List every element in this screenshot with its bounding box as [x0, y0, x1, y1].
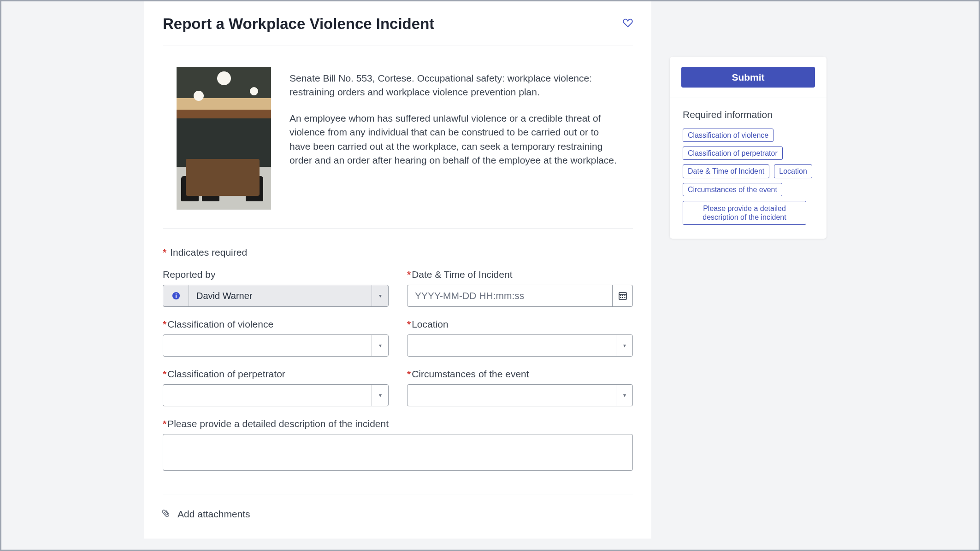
caret-down-icon: ▾	[372, 335, 388, 356]
submit-button[interactable]: Submit	[681, 67, 815, 88]
form-header: Report a Workplace Violence Incident	[163, 15, 633, 46]
add-attachments-button[interactable]: Add attachments	[163, 508, 633, 520]
required-info-heading: Required information	[683, 109, 814, 120]
svg-rect-10	[624, 297, 625, 298]
classification-violence-select[interactable]: ▾	[163, 334, 389, 357]
calendar-icon[interactable]	[612, 285, 632, 306]
datetime-input[interactable]	[407, 285, 612, 306]
required-chips: Classification of violence Classificatio…	[683, 129, 814, 225]
svg-rect-6	[622, 295, 623, 296]
classification-violence-label: *Classification of violence	[163, 319, 389, 330]
intro-paragraph-2: An employee whom has suffered unlawful v…	[289, 111, 619, 168]
field-classification-violence: *Classification of violence ▾	[163, 319, 389, 357]
field-classification-perpetrator: *Classification of perpetrator ▾	[163, 369, 389, 406]
caret-down-icon: ▾	[616, 335, 632, 356]
main-form-card: Report a Workplace Violence Incident Sen…	[144, 1, 651, 539]
required-indicator-note: *Indicates required	[163, 247, 633, 258]
description-label: *Please provide a detailed description o…	[163, 418, 633, 429]
description-textarea[interactable]	[170, 439, 626, 466]
favorite-icon[interactable]	[623, 18, 633, 30]
svg-rect-9	[622, 297, 623, 298]
caret-down-icon: ▾	[372, 385, 388, 406]
sidebar-card: Submit Required information Classificati…	[670, 57, 827, 239]
paperclip-icon	[160, 507, 174, 521]
reported-by-label: Reported by	[163, 269, 389, 280]
svg-rect-1	[175, 295, 176, 298]
required-chip[interactable]: Circumstances of the event	[683, 183, 782, 196]
reported-by-select[interactable]: David Warner ▾	[163, 285, 389, 307]
field-location: *Location ▾	[407, 319, 633, 357]
divider	[163, 494, 633, 494]
caret-down-icon: ▾	[372, 285, 388, 306]
page-title: Report a Workplace Violence Incident	[163, 15, 434, 33]
intro-paragraph-1: Senate Bill No. 553, Cortese. Occupation…	[289, 71, 619, 100]
required-chip[interactable]: Classification of violence	[683, 129, 773, 142]
field-reported-by: Reported by David Warner ▾	[163, 269, 389, 307]
info-icon[interactable]	[163, 285, 189, 306]
svg-point-2	[175, 293, 177, 295]
office-image	[177, 67, 271, 210]
field-circumstances: *Circumstances of the event ▾	[407, 369, 633, 406]
datetime-label: *Date & Time of Incident	[407, 269, 633, 280]
svg-rect-7	[624, 295, 625, 296]
caret-down-icon: ▾	[616, 385, 632, 406]
classification-perpetrator-select[interactable]: ▾	[163, 384, 389, 406]
reported-by-value: David Warner	[189, 285, 372, 306]
location-select[interactable]: ▾	[407, 334, 633, 357]
circumstances-label: *Circumstances of the event	[407, 369, 633, 380]
required-chip[interactable]: Please provide a detailed description of…	[683, 201, 806, 225]
required-chip[interactable]: Location	[774, 164, 812, 178]
location-label: *Location	[407, 319, 633, 330]
required-chip[interactable]: Date & Time of Incident	[683, 164, 769, 178]
field-description: *Please provide a detailed description o…	[163, 418, 633, 471]
intro-section: Senate Bill No. 553, Cortese. Occupation…	[163, 46, 633, 229]
intro-text: Senate Bill No. 553, Cortese. Occupation…	[289, 67, 619, 210]
form-section: *Indicates required Reported by David Wa…	[163, 229, 633, 520]
svg-rect-5	[620, 295, 621, 296]
classification-perpetrator-label: *Classification of perpetrator	[163, 369, 389, 380]
required-chip[interactable]: Classification of perpetrator	[683, 147, 783, 160]
field-datetime: *Date & Time of Incident	[407, 269, 633, 307]
svg-rect-8	[620, 297, 621, 298]
attachments-label: Add attachments	[177, 509, 250, 520]
circumstances-select[interactable]: ▾	[407, 384, 633, 406]
datetime-input-wrap	[407, 285, 633, 307]
